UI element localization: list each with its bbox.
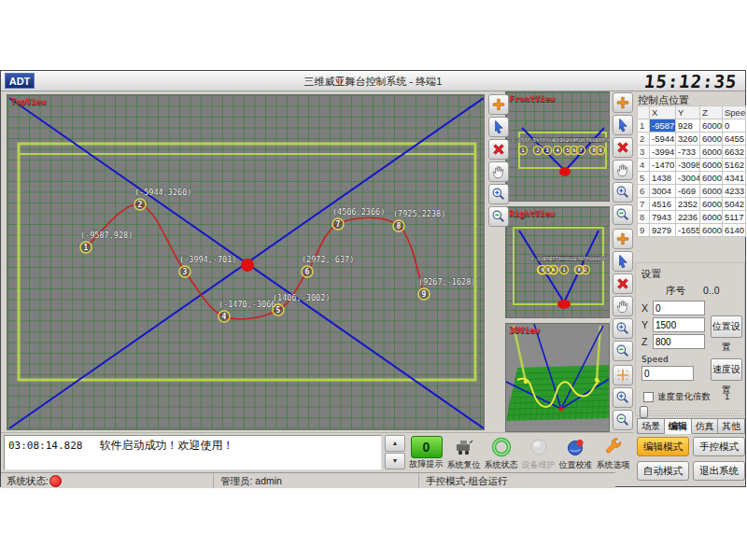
- table-row[interactable]: 4-1470-309860005162: [638, 159, 746, 172]
- table-cell[interactable]: 5162: [723, 159, 746, 172]
- table-cell[interactable]: 3260: [676, 133, 700, 146]
- speed-set-button[interactable]: 速度设置: [711, 358, 742, 381]
- table-row[interactable]: 2-5944326060006455: [638, 133, 746, 146]
- table-row[interactable]: 1-958792860000: [638, 119, 746, 133]
- system-options-button[interactable]: 系统选项: [595, 434, 631, 472]
- top-view-pan-button[interactable]: [488, 161, 509, 182]
- tab-3[interactable]: 仿真: [692, 418, 719, 434]
- tab-2[interactable]: 编辑: [665, 418, 692, 434]
- mode-button-4[interactable]: 退出系统: [693, 461, 745, 481]
- fault-alert-button[interactable]: 0故障提示: [408, 434, 444, 472]
- table-cell[interactable]: 6000: [700, 172, 723, 185]
- table-cell[interactable]: 7943: [650, 211, 676, 224]
- top-view-delete-button[interactable]: [488, 139, 509, 160]
- top-view-select-button[interactable]: [488, 117, 509, 137]
- table-cell[interactable]: -1655: [676, 224, 700, 237]
- table-cell[interactable]: 6140: [723, 224, 746, 237]
- table-row[interactable]: 3-3994-73360006632: [638, 146, 746, 159]
- table-cell[interactable]: 3: [638, 146, 650, 159]
- position-set-button[interactable]: 位置设置: [711, 315, 742, 338]
- table-cell[interactable]: 6000: [700, 198, 723, 211]
- speed-quant-slider-thumb[interactable]: [640, 406, 648, 418]
- mode-button-2[interactable]: 手控模式: [693, 437, 745, 456]
- table-cell[interactable]: -669: [676, 185, 700, 198]
- table-cell[interactable]: 9: [638, 224, 650, 237]
- table-cell[interactable]: 1438: [650, 172, 676, 185]
- table-cell[interactable]: 6000: [700, 159, 723, 172]
- table-cell[interactable]: 1: [638, 119, 650, 133]
- table-cell[interactable]: 5042: [723, 198, 746, 211]
- table-row[interactable]: 63004-66960004233: [638, 185, 746, 198]
- front-view-add-button[interactable]: [613, 92, 633, 113]
- table-cell[interactable]: 4233: [723, 185, 746, 198]
- table-cell[interactable]: 6632: [723, 146, 746, 159]
- right-view-canvas[interactable]: RightView (928,6000)(3260,6000)(-701,600…: [505, 206, 610, 318]
- table-cell[interactable]: -3004: [676, 172, 700, 185]
- table-cell[interactable]: 6: [638, 185, 650, 198]
- system-reset-button[interactable]: 系统复位: [445, 434, 482, 472]
- table-cell[interactable]: 6455: [723, 133, 746, 146]
- table-cell[interactable]: 6000: [700, 224, 723, 237]
- table-cell[interactable]: 6000: [700, 185, 723, 198]
- table-cell[interactable]: 8: [638, 211, 650, 224]
- table-row[interactable]: 87943223660005117: [638, 211, 746, 224]
- mode-button-1[interactable]: 编辑模式: [637, 437, 689, 456]
- table-cell[interactable]: 6000: [700, 133, 723, 146]
- table-row[interactable]: 51438-300460004341: [638, 172, 746, 185]
- right-view-zoom-out-button[interactable]: [613, 341, 633, 361]
- table-cell[interactable]: 2236: [676, 211, 700, 224]
- control-points-table[interactable]: XYZSpeed1-9587928600002-5944326060006455…: [637, 105, 746, 237]
- front-view-delete-button[interactable]: [613, 137, 633, 158]
- y-field[interactable]: [653, 317, 705, 332]
- front-view-pan-button[interactable]: [613, 160, 633, 180]
- table-cell[interactable]: 5117: [723, 211, 746, 224]
- table-cell[interactable]: -3994: [650, 146, 676, 159]
- top-view-canvas[interactable]: TopView 1(-9587,928) 2(-5944,3260) 3(-39…: [7, 94, 485, 430]
- table-cell[interactable]: -733: [676, 146, 700, 159]
- z-field[interactable]: [653, 334, 705, 349]
- table-row[interactable]: 74516235260005042: [638, 198, 746, 211]
- table-cell[interactable]: 0: [723, 119, 746, 133]
- log-scroll-down-button[interactable]: ▼: [385, 453, 405, 469]
- log-scroll-up-button[interactable]: ▲: [385, 435, 405, 452]
- table-cell[interactable]: -3098: [676, 159, 700, 172]
- three-d-view-zoom-in-button[interactable]: [613, 387, 633, 408]
- table-cell[interactable]: 928: [676, 119, 700, 133]
- table-cell[interactable]: 2352: [676, 198, 700, 211]
- right-view-select-button[interactable]: [613, 251, 633, 272]
- table-cell[interactable]: 9279: [650, 224, 676, 237]
- table-cell[interactable]: 2: [638, 133, 650, 146]
- front-view-zoom-in-button[interactable]: [613, 182, 633, 203]
- tab-4[interactable]: 其他: [718, 418, 745, 434]
- top-view-add-button[interactable]: [488, 94, 509, 115]
- table-cell[interactable]: 6000: [700, 211, 723, 224]
- front-view-canvas[interactable]: FrontView (-9587,6000)(-5944,6000)(-3994…: [505, 91, 610, 202]
- system-status-button[interactable]: 系统状态: [483, 434, 519, 472]
- x-field[interactable]: [653, 301, 705, 315]
- table-cell[interactable]: -9587: [650, 119, 676, 133]
- three-d-view-zoom-out-button[interactable]: [613, 410, 633, 430]
- table-row[interactable]: 99279-165560006140: [638, 224, 746, 237]
- speed-quant-slider-track[interactable]: [640, 411, 740, 413]
- right-view-pan-button[interactable]: [613, 296, 633, 316]
- speed-quant-checkbox[interactable]: [643, 392, 654, 402]
- table-cell[interactable]: 7: [638, 198, 650, 211]
- table-cell[interactable]: 6000: [700, 119, 723, 133]
- table-cell[interactable]: 5: [638, 172, 650, 185]
- top-view-zoom-in-button[interactable]: [488, 184, 509, 204]
- table-cell[interactable]: 4: [638, 159, 650, 172]
- right-view-add-button[interactable]: [613, 229, 633, 249]
- right-view-zoom-in-button[interactable]: [613, 318, 633, 339]
- right-view-delete-button[interactable]: [613, 273, 633, 294]
- position-calibration-button[interactable]: 位置校准: [557, 434, 594, 472]
- table-cell[interactable]: 3004: [650, 185, 676, 198]
- three-d-view-crosshair-button[interactable]: [613, 365, 633, 385]
- front-view-select-button[interactable]: [613, 115, 633, 135]
- tab-1[interactable]: 场景: [637, 418, 665, 434]
- table-cell[interactable]: 4341: [723, 172, 746, 185]
- table-cell[interactable]: -5944: [650, 133, 676, 146]
- table-cell[interactable]: -1470: [650, 159, 676, 172]
- three-d-view-canvas[interactable]: 3DView: [505, 323, 610, 432]
- table-cell[interactable]: 6000: [700, 146, 723, 159]
- top-view-zoom-out-button[interactable]: [488, 206, 509, 227]
